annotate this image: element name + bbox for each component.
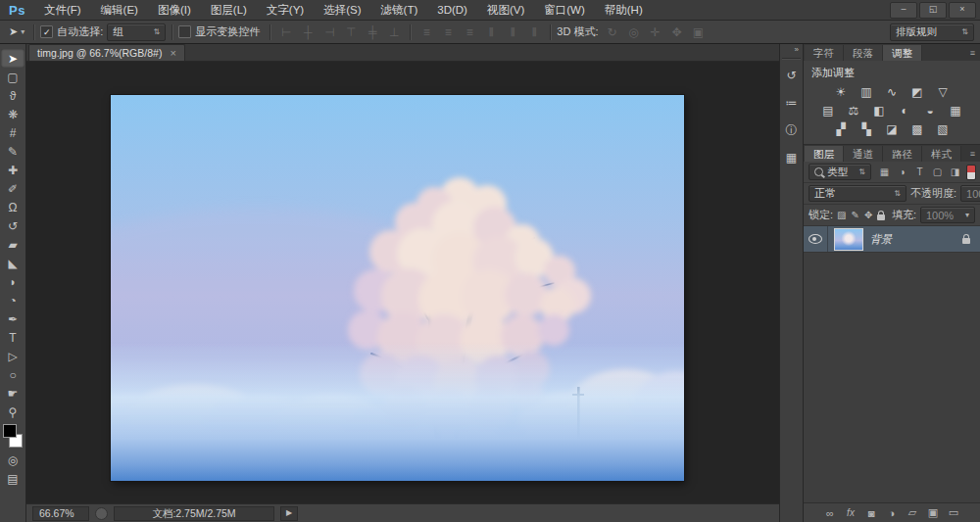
crop-tool[interactable]: # [1,123,24,142]
3d-pan-icon[interactable]: ✛ [645,24,664,41]
tab-adjustments[interactable]: 调整 [883,45,922,61]
align-middle-icon[interactable]: ╪ [363,24,382,41]
color-swatches[interactable] [2,424,24,448]
quick-selection-tool[interactable]: ❋ [1,105,24,123]
document-tab[interactable]: timg.jpg @ 66.7%(RGB/8#) × [28,44,185,61]
hand-tool[interactable]: ☛ [1,384,24,403]
type-tool[interactable]: T [1,328,24,347]
status-options-arrow[interactable]: ▶ [280,506,298,521]
exposure-icon[interactable]: ◩ [906,83,929,101]
restore-button[interactable]: ◱ [919,2,947,19]
filter-pixel-layers-icon[interactable]: ▦ [876,165,893,180]
current-tool-button[interactable]: ➤ ▾ [6,25,27,38]
menu-view[interactable]: 视图(V) [477,0,534,20]
align-bottom-icon[interactable]: ⊥ [384,24,404,41]
zoom-tool[interactable]: ⚲ [1,403,24,421]
curves-icon[interactable]: ∿ [881,83,904,101]
color-lookup-icon[interactable]: ▦ [945,102,967,119]
invert-icon[interactable]: ▞ [830,120,853,138]
zoom-level-field[interactable]: 66.67% [32,506,89,521]
tab-character[interactable]: 字符 [805,45,844,61]
lock-paint-icon[interactable]: ✎ [852,210,859,220]
eyedropper-tool[interactable]: ✎ [1,142,24,161]
menu-3d[interactable]: 3D(D) [427,0,477,20]
distribute-bottom-icon[interactable]: ≡ [460,24,479,41]
align-top-icon[interactable]: ⊤ [341,24,361,41]
properties-panel-icon[interactable]: ≔ [782,92,802,114]
gradient-tool[interactable]: ◣ [1,254,24,272]
workspace-switcher[interactable]: 排版规则 ⇅ [890,24,974,41]
tab-channels[interactable]: 通道 [844,146,883,162]
distribute-middle-icon[interactable]: ≡ [438,24,458,41]
fill-field[interactable]: 100% ▾ [920,207,975,223]
menu-type[interactable]: 文字(Y) [257,0,314,20]
foreground-color-swatch[interactable] [3,424,17,438]
filter-smart-objects-icon[interactable]: ◨ [947,165,963,180]
align-center-h-icon[interactable]: ┼ [298,24,318,41]
panel-menu-icon[interactable]: ≡ [965,146,980,162]
align-left-icon[interactable]: ⊢ [276,24,296,41]
distribute-left-icon[interactable]: ⫴ [481,24,501,41]
align-right-icon[interactable]: ⊣ [319,24,339,41]
tab-layers[interactable]: 图层 [805,146,844,162]
panel-menu-icon[interactable]: ≡ [965,45,980,61]
selective-color-icon[interactable]: ▧ [932,120,955,138]
threshold-icon[interactable]: ◪ [881,120,904,138]
expand-panels-icon[interactable]: » [795,44,803,56]
distribute-right-icon[interactable]: ⫴ [524,24,544,41]
opacity-field[interactable]: 100% ▾ [960,185,980,202]
filter-adjustment-layers-icon[interactable]: ◑ [894,165,910,180]
3d-roll-icon[interactable]: ◎ [623,24,643,41]
channel-mixer-icon[interactable]: ◒ [919,102,942,119]
dodge-tool[interactable]: ◔ [1,291,24,309]
photo-filter-icon[interactable]: ◐ [894,102,916,119]
menu-layer[interactable]: 图层(L) [201,0,257,20]
ellipse-tool[interactable]: ○ [1,365,24,384]
lock-all-icon[interactable] [877,214,885,220]
auto-select-dropdown[interactable]: 组 ⇅ [107,24,166,41]
posterize-icon[interactable]: ▚ [856,120,878,138]
info-panel-icon[interactable]: ⓘ [782,119,802,141]
menu-help[interactable]: 帮助(H) [595,0,653,20]
tab-styles[interactable]: 样式 [922,146,961,162]
3d-slide-icon[interactable]: ✥ [666,24,686,41]
history-panel-icon[interactable]: ↺ [782,65,802,86]
lock-position-icon[interactable]: ✥ [864,210,872,220]
menu-image[interactable]: 图像(I) [148,0,201,20]
tab-paragraph[interactable]: 段落 [844,45,883,61]
eraser-tool[interactable]: ▰ [1,235,24,254]
close-icon[interactable]: × [170,47,175,59]
visibility-cell[interactable] [804,226,828,252]
hue-saturation-icon[interactable]: ▤ [817,102,840,119]
distribute-top-icon[interactable]: ≡ [416,24,436,41]
auto-select-checkbox[interactable]: ✓ [40,25,53,38]
blend-mode-dropdown[interactable]: 正常 ⇅ [808,185,906,202]
black-white-icon[interactable]: ◧ [868,102,891,119]
blur-tool[interactable]: ◗ [1,272,24,291]
3d-camera-icon[interactable]: ▣ [688,24,708,41]
pen-tool[interactable]: ✒ [1,309,24,328]
new-layer-icon[interactable]: ▣ [927,506,939,519]
quick-mask-button[interactable]: ◎ [1,451,24,469]
menu-file[interactable]: 文件(F) [34,0,91,20]
filter-shape-layers-icon[interactable]: ▢ [929,165,946,180]
3d-orbit-icon[interactable]: ↻ [602,24,621,41]
menu-select[interactable]: 选择(S) [314,0,370,20]
brightness-contrast-icon[interactable]: ☀ [830,83,853,101]
rectangular-marquee-tool[interactable]: ▢ [1,68,24,86]
new-group-icon[interactable]: ▱ [906,506,918,519]
vibrance-icon[interactable]: ▽ [932,83,955,101]
history-brush-tool[interactable]: ↺ [1,216,24,235]
minimize-button[interactable]: – [890,2,917,19]
add-mask-icon[interactable]: ◙ [865,507,877,519]
new-adjustment-icon[interactable]: ◑ [886,507,898,519]
brush-tool[interactable]: ✐ [1,179,24,198]
path-selection-tool[interactable]: ▷ [1,347,24,365]
filter-toggle[interactable] [966,165,976,180]
lasso-tool[interactable]: ϑ [1,86,24,105]
spot-healing-brush-tool[interactable]: ✚ [1,161,24,179]
screen-mode-button[interactable]: ▤ [1,469,24,488]
gradient-map-icon[interactable]: ▩ [906,120,929,138]
show-transform-checkbox[interactable] [178,25,191,38]
link-layers-icon[interactable]: ∞ [824,507,836,519]
